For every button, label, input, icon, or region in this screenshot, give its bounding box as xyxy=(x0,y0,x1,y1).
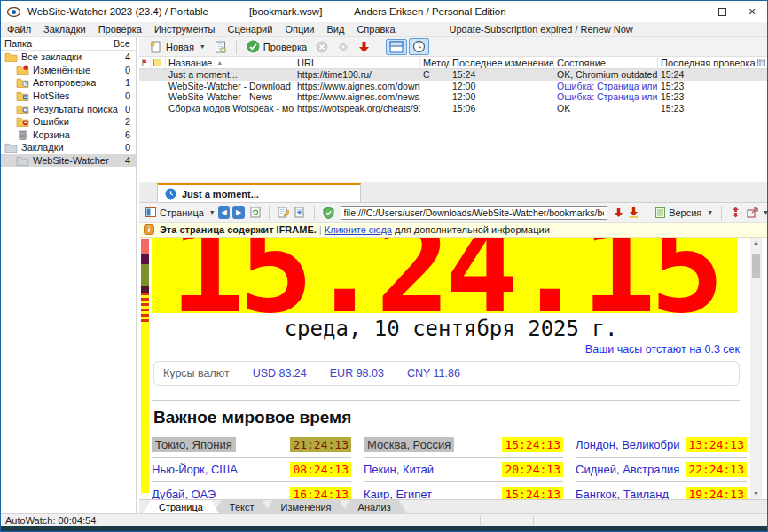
check-button[interactable]: Проверка xyxy=(242,38,311,55)
version-label: Версия xyxy=(669,207,701,218)
note-column-header[interactable] xyxy=(151,57,166,68)
address-bar-input[interactable] xyxy=(341,206,608,220)
bookmark-method: C xyxy=(420,69,450,80)
update-subscription-notice[interactable]: Update-Subscription expired / Renew Now xyxy=(450,24,633,35)
autowatch-toggle[interactable] xyxy=(409,38,429,55)
column-header-url[interactable]: URL xyxy=(294,57,420,68)
chevron-down-icon: ▼ xyxy=(707,209,713,215)
open-external-button[interactable] xyxy=(747,207,758,218)
more-tools-chevron-icon[interactable]: ▼ xyxy=(763,209,768,215)
tab-analysis[interactable]: Анализ xyxy=(342,500,407,513)
toolbar-separator xyxy=(721,206,722,220)
new-from-clipboard-button[interactable] xyxy=(210,39,231,55)
window-title-user: Anders Eriksen / Personal Edition xyxy=(354,6,505,17)
column-header-name[interactable]: Название ▲ xyxy=(166,57,294,68)
new-bookmark-button[interactable]: Новая ▼ xyxy=(145,39,210,55)
column-header-method[interactable]: Метод xyxy=(420,57,450,68)
red-down-arrow-bar-icon xyxy=(629,207,639,218)
forward-button[interactable]: ▶ xyxy=(232,206,245,219)
currency-eur-link[interactable]: EUR 98.03 xyxy=(330,367,384,379)
page-mode-button[interactable]: Страница ▼ xyxy=(143,207,218,219)
scrollbar-thumb[interactable] xyxy=(752,254,760,278)
stop-button[interactable] xyxy=(311,39,333,55)
tab-text[interactable]: Текст xyxy=(214,500,270,513)
bookmark-row[interactable]: Сборка модов Wotspeak - модпа... https:/… xyxy=(139,103,768,114)
city-link[interactable]: Сидней, Австралия xyxy=(576,463,679,476)
menu-help[interactable]: Справка xyxy=(350,24,401,35)
sidebar-item-search-results[interactable]: Результаты поиска 0 xyxy=(1,102,136,115)
info-button[interactable] xyxy=(333,39,354,55)
compare-versions-button[interactable] xyxy=(730,207,741,218)
sidebar-item-all-bookmarks[interactable]: Все закладки 4 xyxy=(1,51,136,64)
column-header-status[interactable]: Состояние xyxy=(554,57,658,68)
sidebar-item-website-watcher[interactable]: WebSite-Watcher 4 xyxy=(1,154,136,168)
main-pane: Новая ▼ Проверка xyxy=(139,37,768,513)
minimize-button[interactable] xyxy=(677,1,707,22)
scroll-down-icon[interactable]: ▼ xyxy=(753,489,759,499)
city-link[interactable]: Пекин, Китай xyxy=(364,463,434,476)
city-link[interactable]: Бангкок, Таиланд xyxy=(576,488,669,499)
city-link[interactable]: Лондон, Великобритания xyxy=(576,438,680,451)
bookmark-url: https://www.aignes.com/downlo... xyxy=(294,81,420,91)
bookmark-changed: 15:24 xyxy=(450,69,554,80)
city-link[interactable]: Дубай, ОАЭ xyxy=(152,488,216,499)
bookmark-name: WebSite-Watcher - News xyxy=(166,91,294,102)
city-link[interactable]: Каир, Египет xyxy=(364,488,432,499)
split-view-toggle[interactable] xyxy=(386,39,407,55)
diamond-info-icon xyxy=(337,41,349,53)
download-all-button[interactable] xyxy=(629,207,639,218)
bookmark-row[interactable]: WebSite-Watcher - News https://www.aigne… xyxy=(139,91,768,103)
menu-file[interactable]: Файл xyxy=(1,24,37,35)
open-copy-button[interactable] xyxy=(294,207,306,218)
version-button[interactable]: Версия ▼ xyxy=(653,207,716,219)
sidebar-item-autocheck[interactable]: Автопроверка 1 xyxy=(1,76,136,90)
tab-changes[interactable]: Изменения xyxy=(265,500,348,513)
note-icon xyxy=(153,59,161,66)
edit-page-icon xyxy=(278,207,289,218)
bookmark-name: Just a moment... xyxy=(166,69,294,80)
menu-check[interactable]: Проверка xyxy=(92,24,148,35)
sidebar-item-label: HotSites xyxy=(33,90,70,101)
menu-options[interactable]: Опции xyxy=(278,24,320,35)
maximize-button[interactable] xyxy=(707,1,737,22)
sidebar-item-errors[interactable]: Ошибки 2 xyxy=(1,115,136,129)
column-header-checked[interactable]: Последняя проверка xyxy=(658,57,768,68)
sidebar-item-trash[interactable]: Корзина 6 xyxy=(1,129,136,142)
currency-cny-link[interactable]: CNY 11.86 xyxy=(407,367,460,379)
content-right-margin xyxy=(762,238,768,499)
window-title-app: WebSite-Watcher 2023 (23.4) / Portable xyxy=(27,6,208,17)
menu-script[interactable]: Сценарий xyxy=(222,24,279,35)
close-button[interactable]: × xyxy=(737,1,767,22)
menu-view[interactable]: Вид xyxy=(320,24,350,35)
download-button[interactable] xyxy=(354,39,374,55)
column-header-changed[interactable]: Последнее изменение xyxy=(450,57,554,68)
scroll-up-icon[interactable]: ▲ xyxy=(753,238,759,248)
tab-page[interactable]: Страница xyxy=(143,500,219,513)
world-time-cell: Каир, Египет 15:24:13 xyxy=(364,482,563,499)
download-page-button[interactable] xyxy=(614,207,623,218)
edit-page-button[interactable] xyxy=(278,207,289,218)
city-time: 22:24:13 xyxy=(686,462,747,477)
page-mode-icon xyxy=(145,207,156,217)
bookmark-list: Название ▲ URL Метод Последнее изменение… xyxy=(139,57,768,182)
flag-column-header[interactable] xyxy=(139,57,151,68)
column-options-icon[interactable] xyxy=(757,59,765,66)
bookmark-row[interactable]: WebSite-Watcher - Download https://www.a… xyxy=(139,81,768,92)
sidebar-item-bookmarks-root[interactable]: Закладки 0 xyxy=(1,141,136,154)
city-link[interactable]: Нью-Йорк, США xyxy=(152,463,238,476)
iframe-info-link[interactable]: Кликните сюда xyxy=(325,224,392,235)
currency-usd-link[interactable]: USD 83.24 xyxy=(253,367,307,379)
sidebar-item-hotsites[interactable]: H HotSites 0 xyxy=(1,90,136,103)
menu-tools[interactable]: Инструменты xyxy=(148,24,222,35)
security-shield-button[interactable] xyxy=(323,207,334,219)
bookmark-row[interactable]: Just a moment... https://time100.ru/ C 1… xyxy=(139,69,768,81)
preview-tab[interactable]: Just a moment... xyxy=(157,183,361,202)
sidebar-item-changed[interactable]: Изменённые 0 xyxy=(1,64,136,77)
menu-bookmarks[interactable]: Закладки xyxy=(37,24,92,35)
currency-label: Курсы валют xyxy=(163,367,230,379)
refresh-page-button[interactable] xyxy=(250,207,261,218)
page-scrollbar[interactable]: ▲ ▼ xyxy=(750,238,762,499)
back-button[interactable]: ◀ xyxy=(218,206,231,219)
toolbar-separator xyxy=(380,40,380,54)
app-logo-eye-icon xyxy=(7,7,20,17)
